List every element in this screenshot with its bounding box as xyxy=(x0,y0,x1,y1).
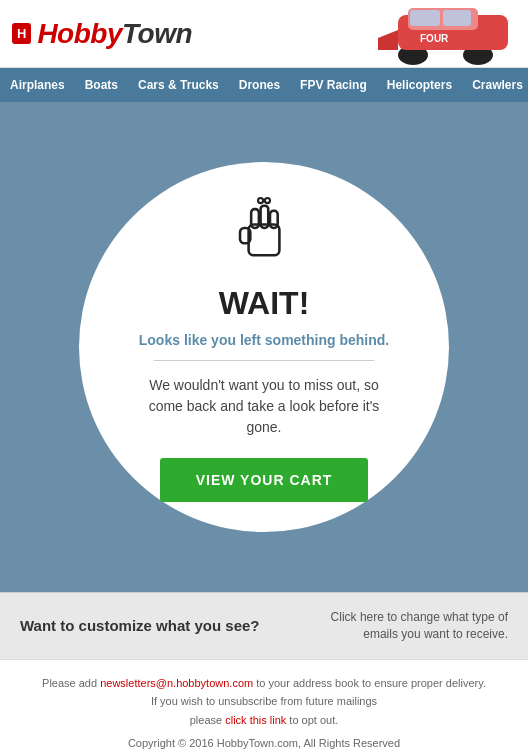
logo-area: H HobbyTown xyxy=(12,18,192,50)
unsubscribe-link[interactable]: click this link xyxy=(225,714,286,726)
divider xyxy=(154,360,374,361)
customize-action-text[interactable]: Click here to change what type of emails… xyxy=(298,609,508,643)
footer-unsubscribe-line: If you wish to unsubscribe from future m… xyxy=(20,692,508,711)
body-text: We wouldn't want you to miss out, so com… xyxy=(144,375,384,438)
address-text-1: Please add xyxy=(42,677,100,689)
address-email-link[interactable]: newsletters@n.hobbytown.com xyxy=(100,677,253,689)
nav-item-boats[interactable]: Boats xyxy=(75,68,128,102)
svg-text:FOUR: FOUR xyxy=(420,33,449,44)
header-car-image: FOUR xyxy=(348,0,528,68)
header: H HobbyTown FOUR xyxy=(0,0,528,68)
nav-item-helicopters[interactable]: Helicopters xyxy=(377,68,462,102)
copyright-text: Copyright © 2016 HobbyTown.com, All Righ… xyxy=(20,734,508,750)
unsubscribe-text3: to opt out. xyxy=(286,714,338,726)
unsubscribe-text: If you wish to unsubscribe from future m… xyxy=(151,695,377,707)
svg-marker-6 xyxy=(378,30,398,50)
nav-item-drones[interactable]: Drones xyxy=(229,68,290,102)
nav-item-airplanes[interactable]: Airplanes xyxy=(0,68,75,102)
wait-title: WAIT! xyxy=(219,285,310,322)
svg-rect-5 xyxy=(443,10,471,26)
svg-rect-4 xyxy=(410,10,440,26)
customize-label: Want to customize what you see? xyxy=(20,617,259,634)
logo-text: HobbyTown xyxy=(37,18,192,50)
footer-bottom: Please add newsletters@n.hobbytown.com t… xyxy=(0,659,528,750)
nav-item-cars-trucks[interactable]: Cars & Trucks xyxy=(128,68,229,102)
subtitle-text: Looks like you left something behind. xyxy=(139,332,389,348)
nav-bar: Airplanes Boats Cars & Trucks Drones FPV… xyxy=(0,68,528,102)
nav-item-crawlers[interactable]: Crawlers xyxy=(462,68,528,102)
footer-unsubscribe-line2: please click this link to opt out. xyxy=(20,711,508,730)
logo-box-icon: H xyxy=(12,23,31,44)
unsubscribe-text2: please xyxy=(190,714,225,726)
circle-card: WAIT! Looks like you left something behi… xyxy=(79,162,449,532)
address-text-2: to your address book to ensure proper de… xyxy=(253,677,486,689)
svg-point-9 xyxy=(265,198,270,203)
main-content: WAIT! Looks like you left something behi… xyxy=(0,102,528,592)
view-cart-button[interactable]: VIEW YOUR CART xyxy=(160,458,369,502)
footer-address-line: Please add newsletters@n.hobbytown.com t… xyxy=(20,674,508,693)
hand-touch-icon xyxy=(224,192,304,269)
nav-item-fpv-racing[interactable]: FPV Racing xyxy=(290,68,377,102)
svg-point-8 xyxy=(258,198,263,203)
footer-customize: Want to customize what you see? Click he… xyxy=(0,592,528,659)
